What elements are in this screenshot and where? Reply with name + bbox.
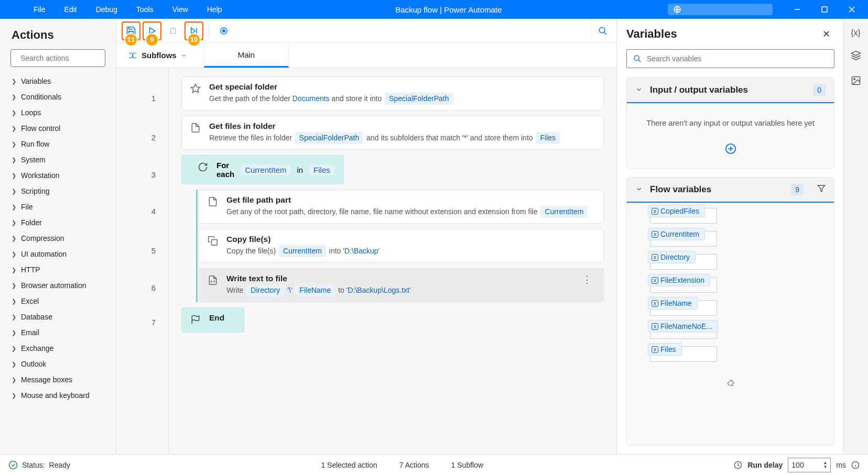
rail-variables-icon[interactable]: {x} xyxy=(851,28,861,38)
variables-search[interactable] xyxy=(626,49,834,68)
action-category[interactable]: ❯Folder xyxy=(0,215,114,230)
run-button[interactable]: 9 xyxy=(143,21,161,40)
step-title: Write text to file xyxy=(226,274,572,283)
flow-search-button[interactable] xyxy=(591,19,613,42)
subflows-label: Subflows xyxy=(142,51,177,60)
menu-help[interactable]: Help xyxy=(200,2,230,17)
badge-10: 10 xyxy=(187,33,201,47)
action-category[interactable]: ❯Variables xyxy=(0,73,114,89)
stop-button xyxy=(164,21,182,40)
line-number: 2 xyxy=(116,118,168,157)
clock-icon xyxy=(734,461,742,469)
menu-view[interactable]: View xyxy=(165,2,196,17)
step-title: For each xyxy=(216,161,234,179)
line-number: 7 xyxy=(116,305,168,339)
status-value: Ready xyxy=(49,461,70,469)
step-get-special-folder[interactable]: Get special folder Get the path of the f… xyxy=(181,76,604,111)
save-button[interactable]: 11 xyxy=(122,21,140,40)
flow-variable[interactable]: xFileExtension xyxy=(650,277,829,293)
step-more-menu[interactable]: ⋮ xyxy=(579,274,595,285)
action-category[interactable]: ❯Browser automation xyxy=(0,278,114,293)
action-category[interactable]: ❯Exchange xyxy=(0,340,114,356)
menu-debug[interactable]: Debug xyxy=(89,2,125,17)
svg-point-13 xyxy=(599,27,605,33)
actions-title: Actions xyxy=(0,28,116,49)
action-category[interactable]: ❯System xyxy=(0,152,114,168)
action-category[interactable]: ❯Conditionals xyxy=(0,89,114,105)
flow-variable[interactable]: xFiles xyxy=(650,346,829,362)
actions-count: 7 Actions xyxy=(399,461,429,469)
spinner-arrows[interactable]: ▲▼ xyxy=(823,461,827,469)
action-category[interactable]: ❯UI automation xyxy=(0,246,114,262)
variables-search-input[interactable] xyxy=(647,54,828,63)
collapse-flow-vars[interactable] xyxy=(635,185,643,194)
step-end[interactable]: End xyxy=(181,307,244,333)
filter-vars-button[interactable] xyxy=(817,184,826,195)
line-number: 4 xyxy=(116,192,168,231)
window-maximize[interactable] xyxy=(811,0,838,19)
action-category[interactable]: ❯Outlook xyxy=(0,356,114,372)
action-category[interactable]: ❯Workstation xyxy=(0,168,114,183)
flow-variable[interactable]: xFileName xyxy=(650,300,829,316)
flow-vars-count: 9 xyxy=(791,184,804,195)
action-category[interactable]: ❯Scripting xyxy=(0,183,114,199)
flow-variable[interactable]: xCopiedFiles xyxy=(650,208,829,224)
step-for-each[interactable]: For each CurrentItem in Files xyxy=(181,155,344,184)
selected-action-count: 1 Selected action xyxy=(321,461,377,469)
window-minimize[interactable] xyxy=(784,0,810,19)
action-category[interactable]: ❯Mouse and keyboard xyxy=(0,388,114,403)
step-title: Get file path part xyxy=(226,195,595,205)
menu-tools[interactable]: Tools xyxy=(129,2,161,17)
io-vars-title: Input / output variables xyxy=(650,85,806,95)
action-category[interactable]: ❯File xyxy=(0,199,114,215)
action-category[interactable]: ❯Loops xyxy=(0,105,114,120)
action-category[interactable]: ❯Run flow xyxy=(0,136,114,152)
action-category[interactable]: ❯Flow control xyxy=(0,120,114,136)
flow-variable[interactable]: xFileNameNoE... xyxy=(650,323,829,339)
window-close[interactable] xyxy=(839,0,865,19)
step-button[interactable]: 10 xyxy=(185,21,203,40)
close-variables-button[interactable]: ✕ xyxy=(818,26,834,42)
action-category[interactable]: ❯Email xyxy=(0,325,114,340)
flow-variable[interactable]: xCurrentItem xyxy=(650,231,829,247)
step-copy-files[interactable]: Copy file(s) Copy the file(s) CurrentIte… xyxy=(199,229,604,263)
info-icon[interactable] xyxy=(851,461,860,469)
write-icon xyxy=(208,275,219,288)
files-icon xyxy=(190,123,202,135)
action-category[interactable]: ❯Compression xyxy=(0,230,114,246)
action-category[interactable]: ❯Message boxes xyxy=(0,372,114,388)
chip-files: Files xyxy=(309,165,334,175)
menu-file[interactable]: File xyxy=(26,2,53,17)
clear-vars-button[interactable] xyxy=(627,374,834,392)
rail-image-icon[interactable] xyxy=(851,75,861,88)
record-button[interactable] xyxy=(214,21,233,40)
file-icon xyxy=(208,196,219,209)
rail-layers-icon[interactable] xyxy=(851,50,861,63)
actions-search-input[interactable] xyxy=(20,54,112,62)
badge-11: 11 xyxy=(124,33,138,47)
status-label: Status: xyxy=(22,461,45,469)
actions-search[interactable] xyxy=(10,49,105,67)
step-desc: Retrieve the files in folder SpecialFold… xyxy=(209,132,595,144)
environment-badge[interactable] xyxy=(668,4,773,15)
step-desc: Get the path of the folder Documents and… xyxy=(209,93,595,105)
step-write-text-to-file[interactable]: Write text to file Write Directory '\' F… xyxy=(199,268,604,302)
subflows-icon xyxy=(128,51,137,60)
run-delay-input[interactable]: 100 ▲▼ xyxy=(788,458,831,472)
collapse-io-vars[interactable] xyxy=(635,86,643,95)
chip-currentitem: CurrentItem xyxy=(241,165,290,175)
subflow-count: 1 Subflow xyxy=(451,461,483,469)
step-get-files-in-folder[interactable]: Get files in folder Retrieve the files i… xyxy=(181,116,604,150)
subflows-dropdown[interactable]: Subflows xyxy=(122,51,193,60)
step-get-file-path-part[interactable]: Get file path part Get any of the root p… xyxy=(199,190,604,224)
action-category[interactable]: ❯Excel xyxy=(0,293,114,309)
tab-main[interactable]: Main xyxy=(204,43,289,68)
add-io-var-button[interactable] xyxy=(627,138,834,168)
svg-point-27 xyxy=(9,461,17,469)
action-category[interactable]: ❯Database xyxy=(0,309,114,325)
io-vars-empty: There aren't any input or output variabl… xyxy=(627,103,834,138)
flow-variable[interactable]: xDirectory xyxy=(650,254,829,270)
menu-edit[interactable]: Edit xyxy=(57,2,84,17)
svg-rect-16 xyxy=(212,240,218,246)
action-category[interactable]: ❯HTTP xyxy=(0,262,114,278)
